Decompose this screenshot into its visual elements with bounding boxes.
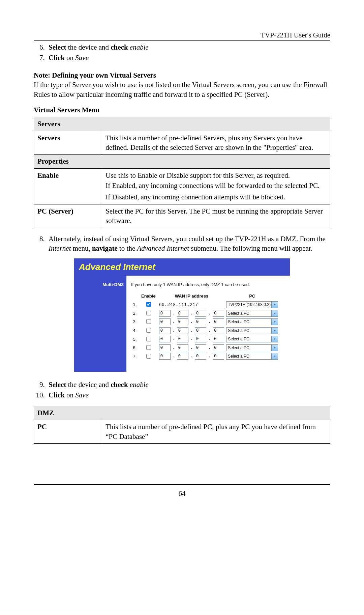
ip-dot: . [208, 353, 211, 360]
wan-ip-octet[interactable] [177, 310, 188, 317]
list-item: Click on Save [47, 53, 330, 62]
page-number: 64 [34, 489, 330, 498]
wan-ip-octet[interactable] [177, 336, 188, 342]
wan-ip-octet[interactable] [213, 318, 224, 325]
ip-dot: . [208, 318, 211, 326]
dmz-row: 3....Select a PC▾ [131, 318, 279, 326]
dmz-row-number: 1. [131, 301, 139, 308]
wan-ip-octet[interactable] [177, 318, 188, 325]
list-item: Select the device and check enable [47, 43, 330, 52]
dmz-row-number: 5. [131, 336, 139, 343]
col-pc: PC [225, 292, 279, 300]
enable-checkbox[interactable] [146, 337, 151, 341]
wan-ip-octet[interactable] [195, 353, 206, 360]
advanced-internet-side: Multi-DMZ [74, 276, 126, 372]
list-item: Select the device and check enable [47, 380, 330, 389]
text-segment: Save [75, 54, 89, 62]
text-segment: enable [130, 43, 149, 51]
pc-select[interactable]: Select a PC▾ [226, 310, 278, 317]
pc-select[interactable]: Select a PC▾ [226, 327, 278, 334]
enable-checkbox[interactable] [146, 311, 151, 315]
dmz-section: DMZ [34, 406, 330, 420]
dmz-note: If you have only 1 WAN IP address, only … [130, 282, 286, 288]
text-segment: submenu. The following menu will appear. [189, 244, 312, 252]
text-segment: Click [49, 54, 65, 62]
ip-dot: . [190, 310, 193, 317]
text-segment: to the [118, 244, 137, 252]
ip-dot: . [190, 327, 193, 334]
ip-dot: . [208, 336, 211, 343]
text-segment: check [111, 43, 128, 51]
virtual-servers-table: Servers Servers This lists a number of p… [34, 117, 330, 228]
row-pc-label: PC (Server) [34, 204, 102, 228]
row-servers-desc: This lists a number of pre-defined Serve… [102, 131, 330, 155]
wan-ip-octet[interactable] [213, 353, 224, 360]
pc-select[interactable]: Select a PC▾ [226, 336, 278, 342]
wan-ip-octet[interactable] [159, 336, 171, 342]
note-body: If the type of Server you wish to use is… [34, 80, 330, 99]
ip-dot: . [208, 327, 211, 334]
dmz-row: 6....Select a PC▾ [131, 344, 279, 352]
chevron-down-icon: ▾ [271, 328, 278, 334]
pc-select-value: Select a PC [228, 345, 249, 351]
text-segment: Click [49, 391, 65, 399]
wan-ip-octet[interactable] [195, 310, 206, 317]
row-pc-desc: Select the PC for this Server. The PC mu… [102, 204, 330, 228]
text-segment: check [111, 381, 128, 389]
chevron-down-icon: ▾ [271, 345, 278, 351]
wan-ip-octet[interactable] [213, 344, 224, 351]
ip-dot: . [190, 336, 193, 343]
wan-ip-octet[interactable] [213, 327, 224, 334]
wan-ip-octet[interactable] [177, 327, 188, 334]
wan-ip-octet[interactable] [195, 344, 206, 351]
ip-dot: . [172, 310, 176, 317]
row-enable-desc: Use this to Enable or Disable support fo… [102, 168, 330, 204]
enable-checkbox[interactable] [146, 302, 151, 307]
ip-dot: . [190, 344, 193, 352]
text-segment: the device and [66, 43, 111, 51]
wan-ip-octet[interactable] [159, 353, 171, 360]
row-enable-desc-2: If Enabled, any incoming connections wil… [105, 181, 327, 190]
footer-rule [34, 484, 330, 485]
ip-dot: . [208, 310, 211, 317]
dmz-row: 7....Select a PC▾ [131, 353, 279, 360]
enable-checkbox[interactable] [146, 319, 151, 324]
wan-ip-octet[interactable] [177, 353, 188, 360]
list-item: Click on Save [47, 390, 330, 400]
ip-dot: . [172, 327, 176, 334]
wan-ip-octet[interactable] [159, 318, 171, 325]
row-enable-label: Enable [34, 168, 102, 204]
wan-ip-octet[interactable] [195, 327, 206, 334]
wan-ip-octet[interactable] [213, 310, 224, 317]
wan-ip-octet[interactable] [177, 344, 188, 351]
pc-select[interactable]: Select a PC▾ [226, 344, 278, 351]
pc-select-value: Select a PC [228, 319, 249, 325]
dmz-row: 2....Select a PC▾ [131, 310, 279, 317]
text-segment: Advanced Internet [137, 244, 189, 252]
text-segment: Internet [49, 244, 71, 252]
chevron-down-icon: ▾ [271, 302, 278, 308]
text-segment: on [65, 391, 75, 399]
chevron-down-icon: ▾ [271, 310, 278, 316]
wan-ip-octet[interactable] [195, 318, 206, 325]
wan-ip-octet[interactable] [195, 336, 206, 342]
wan-ip-octet[interactable] [159, 344, 171, 351]
dmz-row-number: 3. [131, 318, 139, 326]
pc-select[interactable]: TVP221H (192.168.0.2)▾ [226, 301, 278, 308]
enable-checkbox[interactable] [146, 328, 151, 333]
col-wan: WAN IP address [158, 292, 225, 300]
list-item: Alternately, instead of using Virtual Se… [47, 234, 330, 253]
pc-select[interactable]: Select a PC▾ [226, 353, 278, 360]
pc-select-value: TVP221H (192.168.0.2) [228, 302, 271, 307]
note-title: Note: Defining your own Virtual Servers [34, 71, 330, 80]
dmz-row: 4....Select a PC▾ [131, 327, 279, 334]
wan-ip-octet[interactable] [159, 327, 171, 334]
col-enable: Enable [139, 292, 158, 300]
enable-checkbox[interactable] [146, 354, 151, 359]
wan-ip-octet[interactable] [213, 336, 224, 342]
enable-checkbox[interactable] [146, 345, 151, 350]
ip-dot: . [190, 353, 193, 360]
table-section-properties: Properties [34, 155, 330, 168]
pc-select[interactable]: Select a PC▾ [226, 318, 278, 325]
wan-ip-octet[interactable] [159, 310, 171, 317]
